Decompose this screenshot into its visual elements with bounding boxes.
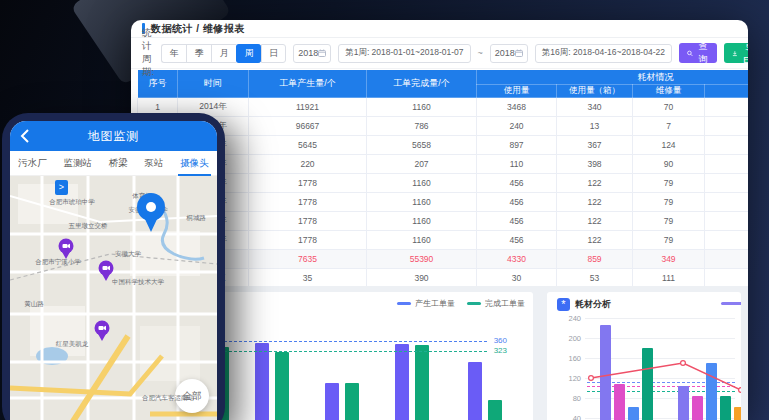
filter-bar: 统计周期: 年季月周日 2018 第1周: 2018-01-01~2018-01…	[131, 38, 748, 69]
map-label: 黄山路	[24, 300, 44, 309]
week-end-input[interactable]: 第16周: 2018-04-16~2018-04-22	[535, 44, 672, 63]
table-row: 82018年177811604561227967	[138, 231, 749, 250]
maintenance-report-table: 序号 时间 工单产生量/个 工单完成量/个 耗材情况 使用量 使用量（箱） 维修…	[137, 69, 748, 288]
reference-label: 360	[494, 336, 507, 345]
map-label: 合肥市琥珀中学	[49, 198, 95, 207]
table-cell: 124	[633, 136, 705, 155]
table-row: 62018年177811604561227967	[138, 193, 749, 212]
map-label: 红星美凯龙	[56, 340, 89, 349]
range-separator: ~	[478, 48, 483, 58]
period-segmented-control: 年季月周日	[161, 44, 286, 63]
phone-tab-污水厂[interactable]: 污水厂	[16, 151, 49, 176]
average-row: 平均值353903053111140	[138, 269, 749, 288]
sub-header-usage: 使用量	[477, 85, 557, 98]
table-cell: 4330	[477, 250, 557, 269]
table-cell: 456	[477, 193, 557, 212]
year-start-select[interactable]: 2018	[293, 44, 331, 63]
table-cell: 1778	[249, 212, 367, 231]
table-cell: 70	[633, 98, 705, 117]
camera-pin-icon	[93, 320, 111, 344]
legend-completed-swatch	[467, 302, 481, 305]
week-start-input[interactable]: 第1周: 2018-01-01~2018-01-07	[338, 44, 470, 63]
table-cell: 5645	[249, 136, 367, 155]
table-cell: 11921	[249, 98, 367, 117]
map-view[interactable]: > 全部 合肥市琥珀中学体育场安徽农业大学五里墩立交桥合肥市宁溪小学安徽大学黄山…	[10, 176, 217, 420]
phone-tab-监测站[interactable]: 监测站	[62, 151, 95, 176]
table-cell: 96667	[249, 117, 367, 136]
camera-pin[interactable]	[93, 320, 111, 348]
table-cell: 456	[477, 174, 557, 193]
phone-tab-泵站[interactable]: 泵站	[142, 151, 165, 176]
legend-created-swatch	[397, 302, 411, 305]
camera-pin[interactable]	[57, 238, 75, 266]
sub-header-usage-box: 使用量（箱）	[557, 85, 633, 98]
phone-screen: 地图监测 污水厂监测站桥梁泵站摄像头 > 全部 合肥市琥珀中学体育场安徽农业大学…	[10, 121, 217, 420]
table-cell: 53	[557, 269, 633, 288]
table-cell: 110	[477, 155, 557, 174]
table-cell: 111	[633, 269, 705, 288]
selected-location-pin[interactable]	[134, 192, 168, 240]
phone-mockup: 地图监测 污水厂监测站桥梁泵站摄像头 > 全部 合肥市琥珀中学体育场安徽农业大学…	[2, 113, 225, 420]
period-option-季[interactable]: 季	[186, 44, 211, 63]
order-bar	[275, 352, 289, 420]
period-option-年[interactable]: 年	[161, 44, 186, 63]
calendar-icon	[515, 49, 523, 57]
location-pin-icon	[134, 192, 168, 236]
table-cell: 456	[477, 231, 557, 250]
col-group-header-consumables: 耗材情况	[477, 70, 749, 85]
table-cell: 35	[249, 269, 367, 288]
table-cell: 690	[705, 117, 749, 136]
total-row: 合计76355539043308593493320	[138, 250, 749, 269]
calendar-icon	[318, 49, 326, 57]
camera-pin[interactable]	[97, 260, 115, 288]
table-cell: 122	[557, 212, 633, 231]
order-bar	[395, 344, 409, 420]
phone-tab-bar: 污水厂监测站桥梁泵站摄像头	[10, 151, 217, 176]
table-row: 72018年177811604561227967	[138, 212, 749, 231]
query-button[interactable]: 查询	[679, 43, 717, 63]
sub-header-purchase: 采购量	[705, 85, 749, 98]
phone-page-title: 地图监测	[88, 128, 140, 145]
table-cell: 1778	[249, 193, 367, 212]
order-bar	[468, 362, 482, 420]
period-option-周[interactable]: 周	[236, 44, 261, 63]
search-icon	[687, 49, 693, 58]
phone-tab-摄像头[interactable]: 摄像头	[178, 151, 211, 176]
phone-header: 地图监测	[10, 121, 217, 151]
period-option-日[interactable]: 日	[261, 44, 286, 63]
period-label: 统计周期:	[142, 27, 154, 79]
map-label: 中国科学技术大学	[112, 278, 164, 287]
table-cell: 240	[477, 117, 557, 136]
table-cell: 122	[557, 231, 633, 250]
table-cell: 1160	[367, 98, 477, 117]
map-label: 五里墩立交桥	[69, 222, 108, 231]
table-cell: 122	[557, 174, 633, 193]
table-cell: 367	[557, 136, 633, 155]
map-expand-button[interactable]: >	[55, 180, 68, 195]
col-header-time: 时间	[178, 70, 249, 98]
back-button[interactable]	[20, 129, 29, 147]
map-label: 安徽大学	[115, 250, 141, 259]
table-cell: 1160	[367, 174, 477, 193]
legend-item-created[interactable]: 产生工单量	[397, 298, 455, 309]
table-row: 42017年2202071103989019	[138, 155, 749, 174]
order-bar	[255, 343, 269, 420]
table-cell: 122	[557, 193, 633, 212]
legend-item-completed[interactable]: 完成工单量	[467, 298, 525, 309]
table-cell: 129	[705, 136, 749, 155]
export-excel-button[interactable]: 导出Excel	[724, 43, 748, 63]
map-label: 桐城路	[186, 214, 206, 223]
table-cell: 207	[367, 155, 477, 174]
table-cell: 398	[557, 155, 633, 174]
year-end-select[interactable]: 2018	[490, 44, 528, 63]
phone-tab-桥梁[interactable]: 桥梁	[107, 151, 130, 176]
order-bar	[488, 400, 502, 420]
table-cell: 19	[705, 155, 749, 174]
camera-pin-icon	[57, 238, 75, 262]
table-cell: 5658	[367, 136, 477, 155]
chevron-left-icon	[20, 129, 29, 143]
download-icon	[732, 49, 738, 58]
table-cell: 220	[249, 155, 367, 174]
table-cell: 67	[705, 193, 749, 212]
period-option-月[interactable]: 月	[211, 44, 236, 63]
